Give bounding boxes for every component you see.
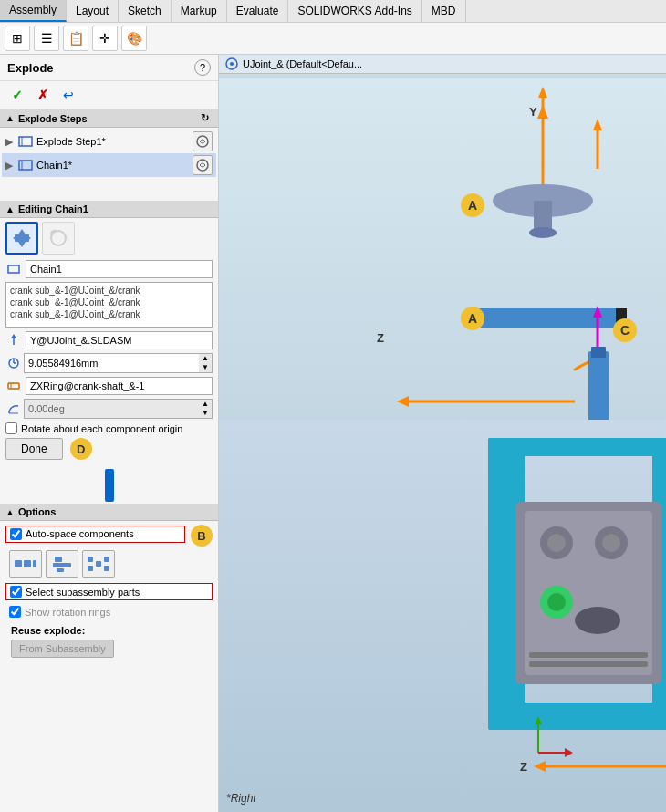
menu-layout[interactable]: Layout xyxy=(67,0,119,22)
auto-space-checkbox[interactable] xyxy=(10,528,22,540)
direction-input[interactable] xyxy=(26,331,213,349)
options-title: Options xyxy=(18,506,213,517)
distance-up-btn[interactable]: ▲ xyxy=(199,354,212,363)
svg-rect-30 xyxy=(88,566,93,571)
editing-chain-title: Editing Chain1 xyxy=(18,203,213,214)
rotate-origin-label: Rotate about each component origin xyxy=(21,423,182,434)
step-item-chain1[interactable]: ▶ Chain1* xyxy=(2,153,216,177)
svg-rect-28 xyxy=(88,557,93,562)
svg-point-34 xyxy=(230,62,234,66)
chain-name-row xyxy=(5,260,213,278)
toolbar-list-btn[interactable]: ☰ xyxy=(34,26,59,51)
done-button[interactable]: Done xyxy=(5,438,63,460)
svg-rect-53 xyxy=(591,347,606,358)
rotate-origin-checkbox[interactable] xyxy=(5,422,17,434)
svg-rect-3 xyxy=(19,161,32,170)
tree-item-label: UJoint_& (Default<Defau... xyxy=(243,58,362,69)
editing-chain-collapse[interactable]: ▲ xyxy=(5,204,15,214)
distance-icon xyxy=(5,355,22,371)
step-item-explode-step1[interactable]: ▶ Explode Step1* xyxy=(2,130,216,153)
options-collapse[interactable]: ▲ xyxy=(5,507,15,517)
chain-name-input[interactable] xyxy=(26,260,213,278)
svg-rect-25 xyxy=(55,557,62,562)
explode-steps-collapse[interactable]: ▲ xyxy=(5,113,15,123)
parts-list[interactable]: crank sub_&-1@UJoint_&/crank crank sub_&… xyxy=(5,282,213,328)
svg-marker-15 xyxy=(11,334,16,338)
svg-rect-79 xyxy=(529,661,648,667)
toolbar-copy-btn[interactable]: 📋 xyxy=(63,26,88,51)
direction-icon xyxy=(5,332,22,349)
auto-space-callout: B xyxy=(191,525,213,547)
menu-markup[interactable]: Markup xyxy=(172,0,227,22)
cancel-button[interactable]: ✗ xyxy=(33,85,53,105)
slider-indicator xyxy=(105,469,114,502)
layout-explode-icon xyxy=(86,555,111,573)
panel-help-button[interactable]: ? xyxy=(194,59,211,76)
toolbar-crosshair-btn[interactable]: ✛ xyxy=(92,26,118,51)
viewport[interactable]: UJoint_& (Default<Defau... Y Z xyxy=(219,55,666,812)
distance-spinners: ▲ ▼ xyxy=(199,354,212,372)
chain-move-icon-btn[interactable] xyxy=(5,222,38,255)
explode-panel-header: Explode ? xyxy=(0,55,218,81)
select-sub-row: Select subassembly parts xyxy=(5,583,213,600)
step1-chain-icon[interactable] xyxy=(193,131,213,151)
svg-rect-0 xyxy=(19,137,32,146)
direction-row xyxy=(5,331,213,349)
viewport-label: *Right xyxy=(226,792,256,805)
svg-point-44 xyxy=(529,227,557,238)
layout-stacked-btn[interactable] xyxy=(46,550,78,578)
svg-rect-19 xyxy=(8,383,19,389)
reference-row xyxy=(5,377,213,395)
scene-top-svg: Y Z xyxy=(219,78,666,470)
angle-down-btn[interactable]: ▼ xyxy=(199,409,212,418)
main-content: Explode ? ✓ ✗ ↩ ▲ Explode Steps ↻ ▶ Expl… xyxy=(0,55,666,812)
done-callout: D xyxy=(70,438,92,460)
parts-item-1: crank sub_&-1@UJoint_&/crank xyxy=(8,297,210,308)
angle-up-btn[interactable]: ▲ xyxy=(199,400,212,409)
explode-steps-add-icon[interactable]: ↻ xyxy=(196,112,213,124)
svg-text:Z: Z xyxy=(377,331,384,345)
scene-bottom-svg: Y Z x xyxy=(219,420,666,812)
distance-down-btn[interactable]: ▼ xyxy=(199,363,212,372)
direction-arrow-icon xyxy=(7,334,20,347)
svg-rect-68 xyxy=(488,703,666,730)
svg-text:Y: Y xyxy=(529,105,537,119)
chain-rotate-icon-btn[interactable] xyxy=(42,222,75,255)
menu-mbd[interactable]: MBD xyxy=(422,0,466,22)
menu-solidworks-addins[interactable]: SOLIDWORKS Add-Ins xyxy=(288,0,421,22)
angle-arc-icon xyxy=(7,402,20,415)
svg-text:A: A xyxy=(468,198,477,213)
chain-edit-icon xyxy=(195,158,210,172)
chain1-expand[interactable]: ▶ xyxy=(5,160,13,172)
toolbar-grid-btn[interactable]: ⊞ xyxy=(5,26,30,51)
layout-explode-btn[interactable] xyxy=(82,550,115,578)
svg-point-76 xyxy=(547,593,566,611)
from-sub-button: From Subassembly xyxy=(11,640,114,658)
slider-indicator-area xyxy=(0,469,218,502)
svg-point-11 xyxy=(51,231,66,245)
toolbar-color-btn[interactable]: 🎨 xyxy=(121,26,147,51)
layout-linear-btn[interactable] xyxy=(9,550,42,578)
menu-evaluate[interactable]: Evaluate xyxy=(227,0,289,22)
layout-linear-icon xyxy=(13,555,38,573)
menu-sketch[interactable]: Sketch xyxy=(119,0,172,22)
svg-rect-27 xyxy=(57,568,64,572)
options-content: Auto-space components B xyxy=(0,521,218,663)
show-rotation-checkbox[interactable] xyxy=(9,606,21,618)
select-sub-label: Select subassembly parts xyxy=(26,587,140,598)
step1-expand[interactable]: ▶ xyxy=(5,136,13,148)
undo-button[interactable]: ↩ xyxy=(58,85,78,105)
reference-input[interactable] xyxy=(26,377,213,395)
svg-rect-31 xyxy=(104,566,109,571)
svg-text:A: A xyxy=(468,311,477,326)
chain1-chain-icon[interactable] xyxy=(193,155,213,175)
show-rotation-label: Show rotation rings xyxy=(25,607,110,618)
add-chain-icon xyxy=(195,134,210,149)
distance-input-wrap: ▲ ▼ xyxy=(24,353,213,373)
menu-assembly[interactable]: Assembly xyxy=(0,0,67,22)
svg-rect-29 xyxy=(104,557,109,562)
distance-input[interactable] xyxy=(25,354,199,372)
chain-move-icon xyxy=(11,227,33,249)
select-sub-checkbox[interactable] xyxy=(10,586,22,598)
confirm-button[interactable]: ✓ xyxy=(7,85,27,105)
